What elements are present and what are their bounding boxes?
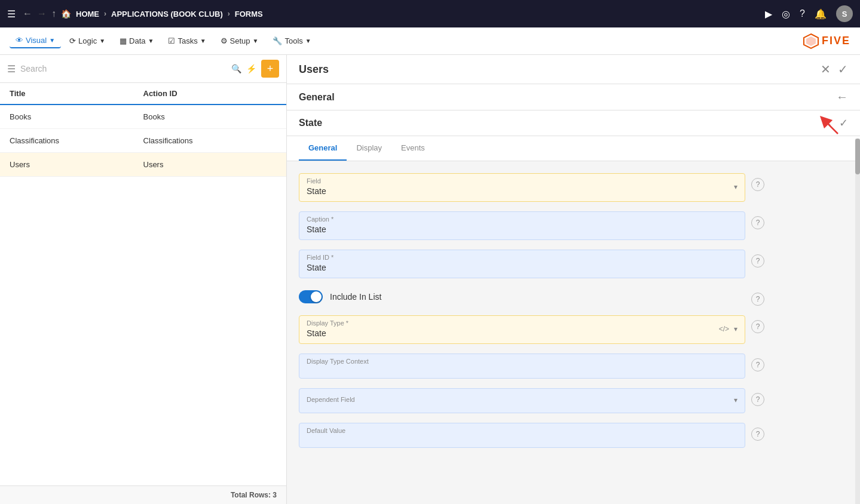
nav-item-data[interactable]: ▦ Data ▼	[114, 34, 160, 48]
display-type-row: Display Type * State </> ▾ ?	[299, 315, 764, 344]
top-nav-right: ▶ ◎ ? 🔔 S	[765, 5, 853, 22]
left-panel-footer: Total Rows: 3	[0, 485, 286, 504]
avatar[interactable]: S	[836, 5, 853, 22]
breadcrumb-arrow-1: ›	[104, 10, 106, 18]
row-title: Users	[10, 160, 143, 169]
search-bar: ☰ 🔍 ⚡ +	[0, 55, 286, 83]
dependent-field-wrapper: Dependent Field ▾	[299, 388, 745, 413]
display-type-dropdown-arrow[interactable]: ▾	[734, 325, 737, 333]
general-header: General ←	[287, 84, 860, 110]
logic-dropdown-icon: ▼	[99, 38, 105, 44]
dependent-field-input[interactable]: Dependent Field ▾	[299, 388, 745, 413]
caption-wrapper: Caption * State	[299, 211, 745, 240]
display-type-context-help-icon[interactable]: ?	[751, 358, 764, 371]
forward-arrow-icon[interactable]: →	[37, 8, 47, 19]
display-type-help-icon[interactable]: ?	[751, 320, 764, 333]
row-action: Users	[143, 160, 277, 169]
breadcrumb-forms[interactable]: FORMS	[235, 10, 263, 19]
dependent-field-help-icon[interactable]: ?	[751, 393, 764, 406]
field-row: Field State ▾ ?	[299, 173, 764, 202]
second-nav-left: 👁 Visual ▼ ⟳ Logic ▼ ▦ Data ▼ ☑ Tasks ▼ …	[10, 33, 317, 48]
display-type-context-input[interactable]: Display Type Context	[299, 354, 745, 379]
sidebar-toggle-icon[interactable]: ☰	[7, 63, 16, 75]
back-icon[interactable]: ←	[836, 90, 848, 104]
close-panel-icon[interactable]: ✕	[821, 62, 831, 76]
panel-header: Users ✕ ✓	[287, 55, 860, 84]
field-dropdown-arrow[interactable]: ▾	[734, 183, 737, 191]
display-type-label: Display Type *	[307, 319, 348, 327]
tab-events[interactable]: Events	[391, 136, 434, 161]
nav-label-tasks: Tasks	[177, 36, 197, 45]
home-icon: 🏠	[61, 9, 71, 19]
table-row[interactable]: Classifications Classifications	[0, 129, 286, 153]
caption-help-icon[interactable]: ?	[751, 216, 764, 229]
nav-item-setup[interactable]: ⚙ Setup ▼	[215, 34, 265, 48]
nav-label-visual: Visual	[26, 36, 47, 45]
breadcrumb: ← → ↑ 🏠 HOME › APPLICATIONS (BOOK CLUB) …	[23, 8, 758, 19]
fieldid-value: State	[307, 263, 326, 272]
field-help-icon[interactable]: ?	[751, 178, 764, 191]
tabs-bar: General Display Events	[287, 136, 860, 161]
nav-label-logic: Logic	[78, 36, 97, 45]
include-in-list-label: Include In List	[330, 292, 381, 302]
default-value-input[interactable]: Default Value	[299, 423, 745, 448]
dependent-field-dropdown-arrow[interactable]: ▾	[734, 396, 737, 404]
breadcrumb-home[interactable]: HOME	[76, 10, 99, 19]
breadcrumb-arrow-2: ›	[228, 10, 230, 18]
fieldid-wrapper: Field ID * State	[299, 250, 745, 278]
tools-icon: 🔧	[273, 36, 282, 45]
help-nav-icon[interactable]: ?	[800, 8, 805, 19]
svg-line-2	[824, 120, 838, 134]
scrollbar-thumb[interactable]	[855, 139, 860, 174]
red-arrow-annotation	[817, 113, 841, 137]
search-nav-icon[interactable]: ◎	[782, 8, 790, 20]
nav-item-logic[interactable]: ⟳ Logic ▼	[63, 34, 111, 48]
general-label: General	[299, 92, 335, 103]
state-header: State ✕ ✓	[287, 110, 860, 136]
logic-icon: ⟳	[69, 36, 76, 45]
bolt-icon[interactable]: ⚡	[246, 64, 256, 73]
add-button[interactable]: +	[261, 60, 279, 78]
bell-icon[interactable]: 🔔	[815, 8, 827, 20]
include-help-icon[interactable]: ?	[751, 293, 764, 306]
setup-icon: ⚙	[221, 36, 228, 45]
tasks-dropdown-icon: ▼	[200, 38, 206, 44]
include-in-list-toggle[interactable]	[299, 290, 323, 303]
tab-display[interactable]: Display	[347, 136, 391, 161]
table-row[interactable]: Books Books	[0, 105, 286, 129]
caption-value: State	[307, 225, 326, 234]
display-type-input[interactable]: Display Type * State </> ▾	[299, 315, 745, 344]
fieldid-row: Field ID * State ?	[299, 250, 764, 278]
display-type-context-row: Display Type Context ?	[299, 354, 764, 379]
five-logo-text: FIVE	[822, 35, 850, 47]
row-title: Books	[10, 112, 143, 121]
nav-item-tools[interactable]: 🔧 Tools ▼	[267, 34, 317, 48]
search-input[interactable]	[20, 64, 227, 73]
play-icon[interactable]: ▶	[765, 8, 772, 20]
nav-item-visual[interactable]: 👁 Visual ▼	[10, 33, 61, 48]
dependent-field-row: Dependent Field ▾ ?	[299, 388, 764, 413]
tab-general[interactable]: General	[299, 136, 347, 161]
table-row-selected[interactable]: Users Users	[0, 153, 286, 177]
column-title-header: Title	[10, 89, 143, 98]
right-panel: Users ✕ ✓ General ← State ✕ ✓	[287, 55, 860, 504]
breadcrumb-app[interactable]: APPLICATIONS (BOOK CLUB)	[111, 10, 223, 19]
default-value-help-icon[interactable]: ?	[751, 428, 764, 441]
nav-item-tasks[interactable]: ☑ Tasks ▼	[162, 34, 212, 48]
caption-input[interactable]: Caption * State	[299, 211, 745, 240]
five-logo-icon	[803, 33, 819, 50]
fieldid-help-icon[interactable]: ?	[751, 254, 764, 268]
visual-dropdown-icon: ▼	[49, 37, 55, 44]
back-arrow-icon[interactable]: ←	[23, 8, 32, 19]
field-input[interactable]: Field State ▾	[299, 173, 745, 202]
confirm-panel-icon[interactable]: ✓	[838, 62, 848, 76]
form-content: Field State ▾ ? Caption * State ?	[287, 161, 860, 504]
field-wrapper: Field State ▾	[299, 173, 745, 202]
up-arrow-icon[interactable]: ↑	[51, 8, 56, 19]
code-icon[interactable]: </>	[719, 325, 729, 333]
search-icon[interactable]: 🔍	[231, 64, 241, 73]
hamburger-icon[interactable]: ☰	[7, 8, 16, 20]
second-nav: 👁 Visual ▼ ⟳ Logic ▼ ▦ Data ▼ ☑ Tasks ▼ …	[0, 27, 860, 55]
scrollbar-track	[855, 139, 860, 504]
fieldid-input[interactable]: Field ID * State	[299, 250, 745, 278]
